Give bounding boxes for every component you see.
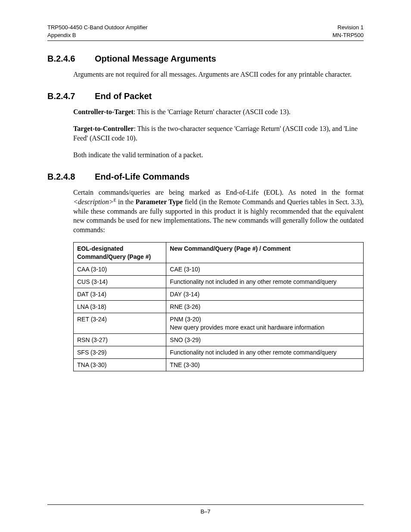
section-b248: B.2.4.8 End-of-Life Commands Certain com… [47, 172, 364, 371]
table-cell: CAA (3-10) [74, 263, 166, 275]
table-row: RSN (3-27)SNO (3-29) [74, 333, 364, 346]
bold-label: Target-to-Controller [73, 125, 134, 132]
heading-number: B.2.4.6 [47, 54, 82, 64]
table-cell: Functionality not included in any other … [166, 346, 364, 359]
heading-title: Optional Message Arguments [95, 54, 216, 64]
section-b247: B.2.4.7 End of Packet Controller-to-Targ… [47, 91, 364, 160]
table-header-cell: New Command/Query (Page #) / Comment [166, 243, 364, 263]
table-row: CUS (3-14)Functionality not included in … [74, 275, 364, 288]
table-cell: DAT (3-14) [74, 288, 166, 301]
table-cell: RNE (3-26) [166, 301, 364, 313]
table-cell: SFS (3-29) [74, 346, 166, 359]
table-body: CAA (3-10)CAE (3-10)CUS (3-14)Functional… [74, 263, 364, 371]
text: in the [116, 198, 136, 205]
section-b246: B.2.4.6 Optional Message Arguments Argum… [47, 54, 364, 79]
paragraph: Certain commands/queries are being marke… [47, 188, 364, 234]
heading-title: End-of-Life Commands [95, 172, 190, 182]
table-cell: TNE (3-30) [166, 359, 364, 371]
paragraph: Arguments are not required for all messa… [47, 70, 364, 79]
table-cell: Functionality not included in any other … [166, 275, 364, 288]
header-right-line2: MN-TRP500 [333, 32, 364, 38]
eol-commands-table: EOL-designated Command/Query (Page #) Ne… [73, 242, 364, 371]
table-cell: PNM (3-20)New query provides more exact … [166, 313, 364, 333]
page: TRP500-4450 C-Band Outdoor Amplifier App… [0, 0, 411, 532]
text: Certain commands/queries are being marke… [73, 189, 364, 196]
table-header-cell: EOL-designated Command/Query (Page #) [74, 243, 166, 263]
heading-number: B.2.4.8 [47, 172, 82, 182]
header-right: Revision 1 MN-TRP500 [333, 24, 364, 39]
heading-b248: B.2.4.8 End-of-Life Commands [47, 172, 364, 182]
table-row: LNA (3-18)RNE (3-26) [74, 301, 364, 313]
table-row: RET (3-24)PNM (3-20)New query provides m… [74, 313, 364, 333]
table-cell: LNA (3-18) [74, 301, 166, 313]
heading-title: End of Packet [95, 91, 152, 101]
table-header-row: EOL-designated Command/Query (Page #) Ne… [74, 243, 364, 263]
header-left-line1: TRP500-4450 C-Band Outdoor Amplifier [47, 24, 148, 31]
paragraph: Controller-to-Target: This is the 'Carri… [47, 107, 364, 117]
table-cell: SNO (3-29) [166, 333, 364, 346]
header-right-line1: Revision 1 [337, 24, 364, 31]
paragraph: Target-to-Controller: This is the two-ch… [47, 124, 364, 143]
table-row: SFS (3-29)Functionality not included in … [74, 346, 364, 359]
table-cell: DAY (3-14) [166, 288, 364, 301]
text: : This is the 'Carriage Return' characte… [134, 108, 290, 115]
table-row: TNA (3-30)TNE (3-30) [74, 359, 364, 371]
italic-text: <description> [73, 198, 114, 205]
bold-label: Controller-to-Target [73, 108, 134, 115]
heading-number: B.2.4.7 [47, 91, 82, 101]
page-header: TRP500-4450 C-Band Outdoor Amplifier App… [47, 24, 364, 40]
table-cell: TNA (3-30) [74, 359, 166, 371]
table-row: DAT (3-14)DAY (3-14) [74, 288, 364, 301]
table-row: CAA (3-10)CAE (3-10) [74, 263, 364, 275]
table-cell: CUS (3-14) [74, 275, 166, 288]
table-cell: RSN (3-27) [74, 333, 166, 346]
header-rule [47, 40, 364, 41]
header-left-line2: Appendix B [47, 32, 76, 38]
page-footer: B–7 [47, 504, 364, 515]
table-cell: CAE (3-10) [166, 263, 364, 275]
heading-b246: B.2.4.6 Optional Message Arguments [47, 54, 364, 64]
table-cell: RET (3-24) [74, 313, 166, 333]
bold-text: Parameter Type [135, 198, 183, 205]
header-left: TRP500-4450 C-Band Outdoor Amplifier App… [47, 24, 148, 39]
footer-rule [47, 504, 364, 505]
paragraph: Both indicate the valid termination of a… [47, 150, 364, 160]
heading-b247: B.2.4.7 End of Packet [47, 91, 364, 101]
text: Command/Query (Page #) [77, 253, 151, 260]
text: EOL-designated [77, 245, 123, 252]
page-number: B–7 [47, 508, 364, 515]
